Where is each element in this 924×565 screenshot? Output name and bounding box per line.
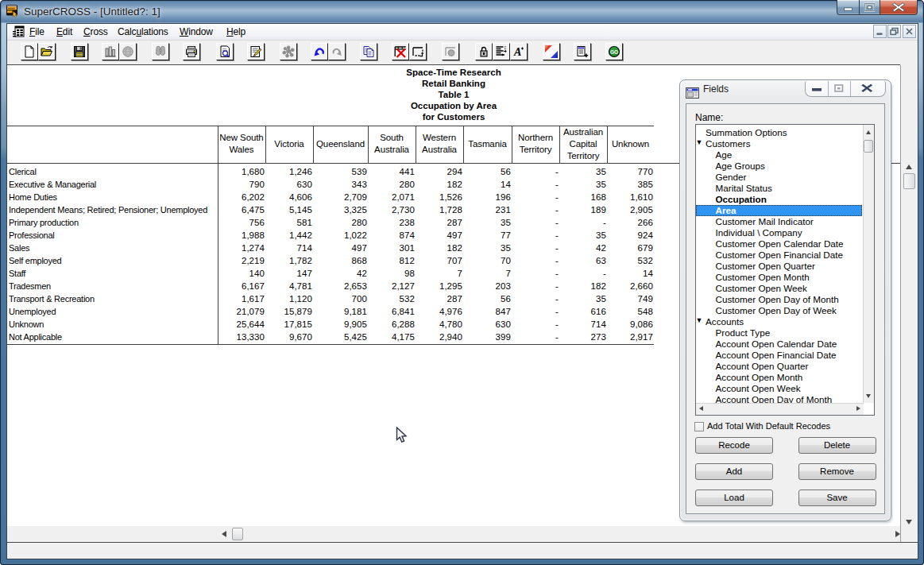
- svg-text:GO: GO: [610, 49, 618, 55]
- svg-text:A: A: [513, 46, 521, 58]
